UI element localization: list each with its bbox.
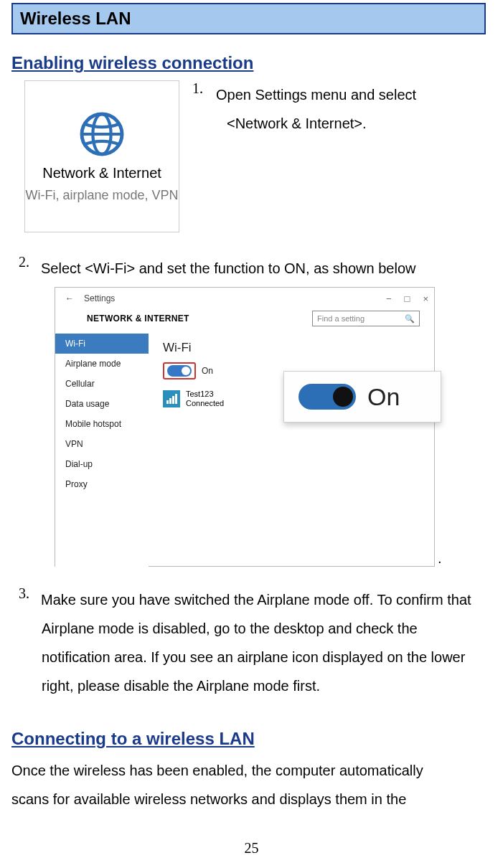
wifi-network-name: Test123 bbox=[186, 390, 224, 399]
step-1-line2: <Network & Internet>. bbox=[227, 109, 416, 138]
settings-category-title: NETWORK & INTERNET bbox=[87, 313, 189, 324]
search-icon: 🔍 bbox=[405, 314, 415, 324]
page-number: 25 bbox=[0, 840, 503, 857]
sidebar-item-airplane[interactable]: Airplane mode bbox=[55, 354, 149, 374]
settings-tile-network-internet: Network & Internet Wi-Fi, airplane mode,… bbox=[24, 80, 179, 232]
wifi-toggle-label: On bbox=[202, 366, 213, 376]
sidebar-item-vpn[interactable]: VPN bbox=[55, 434, 149, 454]
heading-enabling-wireless: Enabling wireless connection bbox=[11, 53, 486, 73]
para2-l1: Once the wireless has been enabled, the … bbox=[11, 756, 486, 785]
settings-app-name: Settings bbox=[84, 293, 115, 303]
wifi-network-status: Connected bbox=[186, 399, 224, 408]
step-2-text: Select <Wi-Fi> and set the function to O… bbox=[41, 254, 415, 283]
globe-icon bbox=[77, 109, 127, 159]
maximize-icon[interactable]: □ bbox=[405, 293, 410, 304]
step-3-l3: notification area. If you see an airplan… bbox=[42, 643, 486, 671]
settings-screenshot-figure: ← Settings − □ × NETWORK & INTERNET Find… bbox=[55, 287, 435, 567]
step-3-l2: Airplane mode is disabled, go to the des… bbox=[42, 614, 486, 643]
section-header: Wireless LAN bbox=[11, 3, 486, 34]
wifi-toggle-highlight bbox=[163, 362, 196, 379]
settings-sidebar: Wi-Fi Airplane mode Cellular Data usage … bbox=[55, 334, 149, 569]
para2-l2: scans for available wireless networks an… bbox=[11, 785, 486, 813]
settings-titlebar: ← Settings − □ × bbox=[55, 288, 434, 309]
wifi-toggle-big bbox=[298, 384, 356, 410]
search-placeholder: Find a setting bbox=[317, 314, 365, 323]
settings-main-title: Wi-Fi bbox=[163, 341, 420, 355]
step-3: 3. Make sure you have switched the Airpl… bbox=[19, 585, 486, 700]
settings-search-input[interactable]: Find a setting 🔍 bbox=[312, 311, 420, 326]
wifi-toggle[interactable] bbox=[167, 365, 192, 377]
sidebar-item-dialup[interactable]: Dial-up bbox=[55, 454, 149, 474]
sidebar-item-data-usage[interactable]: Data usage bbox=[55, 394, 149, 414]
sidebar-item-wifi[interactable]: Wi-Fi bbox=[55, 334, 149, 354]
sidebar-item-hotspot[interactable]: Mobile hotspot bbox=[55, 414, 149, 434]
close-icon[interactable]: × bbox=[423, 293, 428, 304]
back-icon[interactable]: ← bbox=[65, 293, 74, 303]
settings-main-pane: Wi-Fi On Test123 Connected On bbox=[149, 334, 434, 569]
step-3-l1: Make sure you have switched the Airplane… bbox=[41, 585, 471, 614]
figure-period: . bbox=[438, 550, 442, 567]
sidebar-item-proxy[interactable]: Proxy bbox=[55, 474, 149, 494]
step-1-line1: Open Settings menu and select bbox=[216, 80, 416, 109]
step-1-text: 1. Open Settings menu and select <Networ… bbox=[192, 80, 416, 138]
wifi-signal-icon bbox=[163, 390, 180, 407]
step-2: 2. Select <Wi-Fi> and set the function t… bbox=[19, 254, 486, 283]
tile-title: Network & Internet bbox=[42, 165, 161, 181]
step-1-row: Network & Internet Wi-Fi, airplane mode,… bbox=[11, 80, 486, 232]
heading-connecting-wireless: Connecting to a wireless LAN bbox=[11, 729, 486, 749]
sidebar-item-cellular[interactable]: Cellular bbox=[55, 374, 149, 394]
tile-subtitle: Wi-Fi, airplane mode, VPN bbox=[25, 187, 178, 204]
step-3-l4: right, please disable the Airplane mode … bbox=[42, 671, 486, 700]
settings-header: NETWORK & INTERNET Find a setting 🔍 bbox=[55, 309, 434, 334]
wifi-toggle-big-label: On bbox=[367, 383, 400, 411]
step-2-number: 2. bbox=[19, 254, 29, 283]
step-3-number: 3. bbox=[19, 585, 29, 614]
wifi-toggle-zoom-callout: On bbox=[283, 371, 441, 423]
step-1-number: 1. bbox=[192, 80, 203, 109]
minimize-icon[interactable]: − bbox=[386, 293, 392, 304]
